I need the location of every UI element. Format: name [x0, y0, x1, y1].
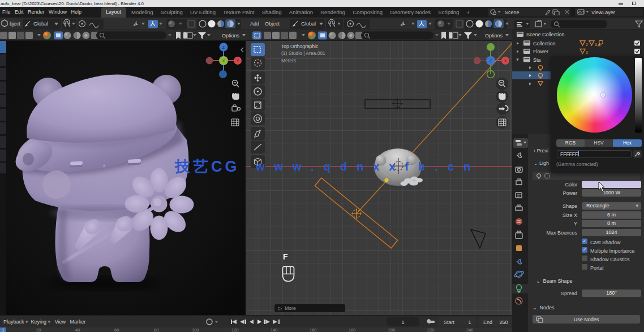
- svg-text:Object: Object: [265, 21, 280, 27]
- svg-text:Options: Options: [222, 33, 240, 39]
- svg-text:Flower: Flower: [533, 49, 548, 54]
- svg-text:1: 1: [468, 320, 471, 325]
- svg-text:Scene Collection: Scene Collection: [526, 32, 565, 37]
- svg-text:X: X: [222, 59, 225, 63]
- svg-text:Sta: Sta: [533, 57, 541, 63]
- svg-text:Y: Y: [237, 59, 239, 63]
- svg-text:2: 2: [586, 42, 588, 46]
- svg-text:250: 250: [499, 320, 508, 325]
- svg-text:End: End: [483, 320, 492, 325]
- svg-text:Add: Add: [250, 21, 259, 27]
- svg-text:X: X: [504, 59, 507, 63]
- svg-text:Z: Z: [222, 45, 225, 49]
- svg-text:Start: Start: [444, 320, 455, 325]
- svg-text:Global: Global: [33, 21, 48, 27]
- svg-text:Collection: Collection: [533, 41, 556, 46]
- svg-text:6: 6: [595, 42, 597, 46]
- svg-text:Global: Global: [301, 21, 316, 27]
- svg-text:bject: bject: [10, 21, 21, 27]
- svg-text:3: 3: [586, 50, 588, 54]
- svg-text:1: 1: [401, 320, 404, 325]
- svg-text:Options: Options: [485, 33, 503, 39]
- svg-text:Z: Z: [490, 59, 492, 63]
